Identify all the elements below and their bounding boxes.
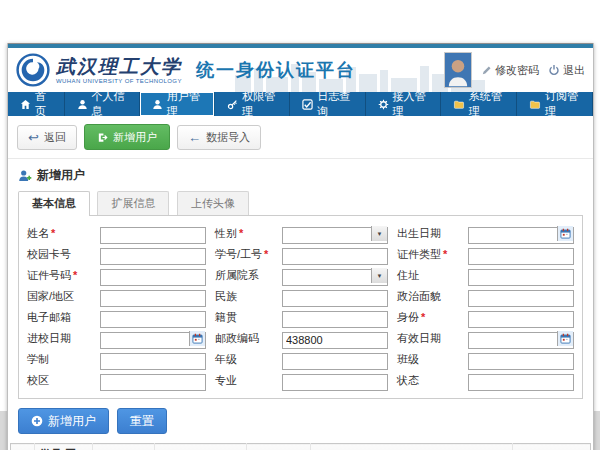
nav-tab-logs[interactable]: 日志查询: [290, 92, 365, 116]
native-place-label: 籍贯: [215, 310, 273, 325]
major-input[interactable]: [282, 374, 388, 391]
tab-extended-info[interactable]: 扩展信息: [97, 191, 169, 215]
id-type-input[interactable]: [468, 248, 574, 265]
ethnicity-label: 民族: [215, 289, 273, 304]
address-input[interactable]: [468, 269, 574, 286]
grade-input[interactable]: [282, 353, 388, 370]
power-icon: [548, 64, 560, 76]
entry-date-label: 进校日期: [27, 331, 91, 346]
address-field: [468, 267, 574, 284]
birth-date-field: [468, 225, 574, 242]
postal-code-label: 邮政编码: [215, 331, 273, 346]
select-all-cell: [11, 444, 35, 450]
calendar-icon[interactable]: [557, 226, 573, 241]
id-number-label: 证件号码*: [27, 268, 91, 283]
class-field: [468, 351, 574, 368]
political-status-input[interactable]: [468, 290, 574, 307]
native-place-field: [282, 309, 388, 326]
native-place-input[interactable]: [282, 311, 388, 328]
toolbar-add-user-button[interactable]: 新增用户: [84, 124, 170, 150]
schooling-length-field: [100, 351, 206, 368]
header-user-area: 修改密码 退出: [444, 52, 585, 88]
reset-button[interactable]: 重置: [117, 408, 167, 434]
name-field: [100, 225, 206, 242]
university-name: 武汉理工大学: [56, 57, 182, 76]
dropdown-arrow-icon[interactable]: ▼: [371, 226, 387, 241]
nav-tab-label: 订阅管理: [545, 89, 580, 119]
identity-input[interactable]: [468, 311, 574, 328]
page-header: 武汉理工大学 WUHAN UNIVERSITY OF TECHNOLOGY 统一…: [8, 48, 593, 92]
back-button[interactable]: ↩ 返回: [17, 125, 77, 150]
major-label: 专业: [215, 373, 273, 388]
nav-tab-profile[interactable]: 个人信息: [65, 92, 140, 116]
gear-icon: [378, 99, 389, 110]
change-password-link[interactable]: 修改密码: [481, 63, 539, 78]
form-tabs: 基本信息 扩展信息 上传头像: [18, 191, 583, 215]
campus-label: 校区: [27, 373, 91, 388]
country-region-input[interactable]: [100, 290, 206, 307]
submit-add-user-label: 新增用户: [48, 413, 96, 430]
calendar-icon[interactable]: [189, 331, 205, 346]
student-no-field: [282, 246, 388, 263]
calendar-icon[interactable]: [557, 331, 573, 346]
nav-tab-access[interactable]: 接入管理: [366, 92, 441, 116]
user-avatar: [444, 52, 472, 88]
back-button-label: 返回: [44, 130, 66, 145]
dropdown-arrow-icon[interactable]: ▼: [371, 268, 387, 283]
import-arrow-icon: ←: [188, 131, 201, 144]
export-icon: [97, 132, 108, 143]
change-password-label: 修改密码: [495, 63, 539, 78]
schooling-length-label: 学制: [27, 352, 91, 367]
campus-card-no-input[interactable]: [100, 248, 206, 265]
nav-tab-subscription[interactable]: 订阅管理: [517, 92, 593, 116]
nav-tab-home[interactable]: 首页: [8, 92, 65, 116]
toolbar-add-user-label: 新增用户: [113, 130, 157, 145]
screen: 武汉理工大学 WUHAN UNIVERSITY OF TECHNOLOGY 统一…: [0, 0, 600, 450]
reset-label: 重置: [130, 413, 154, 430]
name-label: 姓名*: [27, 226, 91, 241]
postal-code-input[interactable]: [282, 332, 388, 349]
nav-tab-users[interactable]: 用户管理: [140, 92, 215, 116]
grade-field: [282, 351, 388, 368]
id-number-input[interactable]: [100, 269, 206, 286]
political-status-label: 政治面貌: [397, 289, 459, 304]
logout-link[interactable]: 退出: [548, 63, 585, 78]
department-field: ▼: [282, 267, 388, 284]
country-region-field: [100, 288, 206, 305]
name-input[interactable]: [100, 227, 206, 244]
email-label: 电子邮箱: [27, 310, 91, 325]
section-title: 新增用户: [37, 167, 85, 184]
column-header: 姓名: [93, 444, 155, 450]
status-label: 状态: [397, 373, 459, 388]
status-input[interactable]: [468, 374, 574, 391]
valid-date-label: 有效日期: [397, 331, 459, 346]
column-header: 身份: [247, 444, 311, 450]
email-input[interactable]: [100, 311, 206, 328]
data-import-button[interactable]: ← 数据导入: [177, 125, 261, 150]
column-header: 所属院系: [311, 444, 513, 450]
campus-input[interactable]: [100, 374, 206, 391]
tab-upload-avatar[interactable]: 上传头像: [177, 191, 249, 215]
required-asterisk: *: [239, 227, 243, 239]
section-header: 新增用户: [8, 159, 593, 189]
results-header-row: 学号/工号姓名性别身份所属院系操作: [11, 444, 591, 450]
class-input[interactable]: [468, 353, 574, 370]
tab-basic-info[interactable]: 基本信息: [18, 191, 90, 216]
class-label: 班级: [397, 352, 459, 367]
gender-field: ▼: [282, 225, 388, 242]
plus-circle-icon: [31, 415, 43, 427]
nav-bar: 首页个人信息用户管理权限管理日志查询接入管理系统管理订阅管理: [8, 92, 593, 116]
major-field: [282, 372, 388, 389]
submit-add-user-button[interactable]: 新增用户: [18, 408, 109, 434]
user-icon: [77, 99, 88, 110]
identity-field: [468, 309, 574, 326]
student-no-input[interactable]: [282, 248, 388, 265]
entry-date-field: [100, 330, 206, 347]
valid-date-field: [468, 330, 574, 347]
ethnicity-input[interactable]: [282, 290, 388, 307]
schooling-length-input[interactable]: [100, 353, 206, 370]
nav-tab-system[interactable]: 系统管理: [441, 92, 517, 116]
university-logo: [16, 53, 50, 87]
column-header: 学号/工号: [35, 444, 93, 450]
nav-tab-permissions[interactable]: 权限管理: [215, 92, 290, 116]
